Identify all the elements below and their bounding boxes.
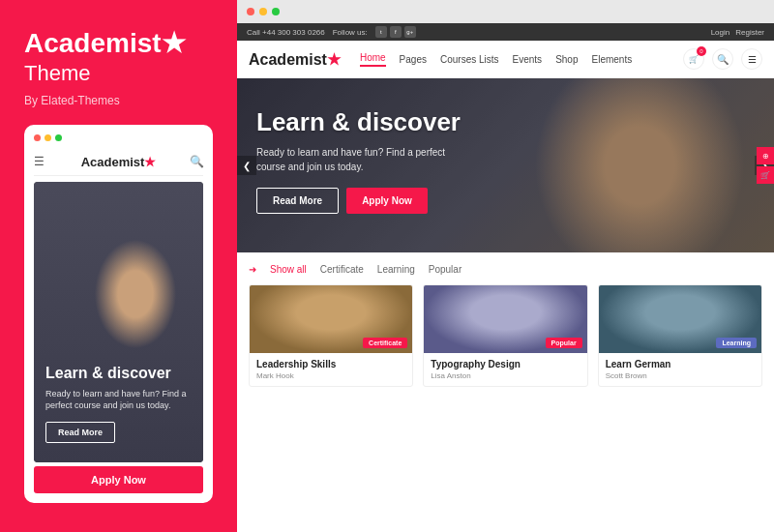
slider-prev-button[interactable]: ❮	[237, 156, 256, 175]
course-card-1: Certificate Leadership Skills Mark Hook	[249, 284, 413, 387]
nav-logo: Academist★	[249, 50, 341, 69]
nav-link-elements[interactable]: Elements	[591, 54, 632, 65]
brand-title: Academist★	[24, 29, 213, 59]
social-icons: t f g+	[375, 26, 416, 38]
top-bar-left: Call +44 300 303 0266 Follow us: t f g+	[247, 26, 416, 38]
course-name-3: Learn German	[606, 359, 755, 369]
courses-section: ➜ Show all Certificate Learning Popular …	[237, 252, 774, 532]
cart-badge-count: 0	[697, 46, 706, 56]
course-thumb-3: Learning	[599, 285, 761, 353]
nav-logo-star: ★	[327, 51, 341, 68]
mobile-nav-logo: Academist★	[81, 155, 157, 169]
main-nav: Academist★ Home Pages Courses Lists Even…	[237, 41, 774, 78]
filter-show-all[interactable]: Show all	[270, 264, 307, 275]
right-panel: Call +44 300 303 0266 Follow us: t f g+ …	[237, 0, 774, 532]
course-badge-certificate: Certificate	[363, 338, 407, 348]
mobile-dot-green	[55, 134, 62, 141]
course-card-3: Learning Learn German Scott Brown	[598, 284, 762, 387]
filter-certificate[interactable]: Certificate	[320, 264, 364, 275]
top-bar: Call +44 300 303 0266 Follow us: t f g+ …	[237, 23, 774, 41]
nav-link-courses[interactable]: Courses Lists	[440, 54, 499, 65]
mobile-apply-now-button[interactable]: Apply Now	[34, 466, 203, 493]
facebook-icon[interactable]: f	[390, 26, 402, 38]
brand-subtitle: Theme	[24, 61, 213, 86]
follow-text: Follow us:	[333, 28, 368, 37]
nav-links: Home Pages Courses Lists Events Shop Ele…	[360, 52, 683, 67]
course-badge-popular: Popular	[546, 338, 582, 348]
course-thumb-1: Certificate	[250, 285, 412, 353]
mobile-nav: ☰ Academist★ 🔍	[34, 149, 203, 176]
login-link[interactable]: Login	[711, 28, 730, 37]
mobile-dot-yellow	[45, 134, 51, 141]
register-link[interactable]: Register	[735, 28, 764, 37]
browser-chrome	[237, 0, 774, 23]
nav-link-shop[interactable]: Shop	[555, 54, 578, 65]
course-thumb-2: Popular	[424, 285, 586, 353]
side-icon-2[interactable]: 🛒	[757, 166, 774, 184]
mobile-mockup: ☰ Academist★ 🔍 Learn & discover Ready to…	[24, 125, 213, 503]
browser-dot-red	[247, 8, 254, 15]
hero-text: Ready to learn and have fun? Find a perf…	[256, 145, 469, 174]
course-author-3: Scott Brown	[606, 371, 755, 380]
filter-arrow-icon: ➜	[249, 264, 256, 275]
hero-side-icons: ⊕ 🛒	[757, 147, 774, 184]
mobile-logo-star: ★	[144, 155, 156, 169]
hero-buttons: Read More Apply Now	[256, 188, 755, 214]
brand-star: ★	[162, 28, 186, 58]
mobile-dot-red	[34, 134, 41, 141]
mobile-search-icon[interactable]: 🔍	[190, 155, 203, 168]
menu-icon[interactable]: ☰	[741, 48, 762, 70]
course-info-1: Leadership Skills Mark Hook	[250, 353, 412, 386]
googleplus-icon[interactable]: g+	[404, 26, 416, 38]
hero-section: ❮ Learn & discover Ready to learn and ha…	[237, 78, 774, 252]
hero-title: Learn & discover	[256, 107, 755, 137]
brand-name-text: Academist	[24, 28, 162, 58]
left-panel: Academist★ Theme By Elated-Themes ☰ Acad…	[0, 0, 237, 532]
top-bar-right: Login Register	[711, 28, 764, 37]
course-name-1: Leadership Skills	[256, 359, 405, 369]
side-icon-1[interactable]: ⊕	[757, 147, 774, 164]
course-name-2: Typography Design	[431, 359, 580, 369]
browser-dot-yellow	[259, 8, 267, 15]
mobile-hero-content: Learn & discover Ready to learn and have…	[45, 365, 192, 451]
mobile-hero-title: Learn & discover	[45, 365, 192, 382]
browser-dot-green	[272, 8, 280, 15]
cart-icon[interactable]: 🛒 0	[683, 48, 704, 70]
search-icon[interactable]: 🔍	[712, 48, 733, 70]
course-author-1: Mark Hook	[256, 371, 405, 380]
mobile-menu-icon[interactable]: ☰	[34, 155, 47, 168]
course-card-2: Popular Typography Design Lisa Anston	[423, 284, 587, 387]
course-info-2: Typography Design Lisa Anston	[424, 353, 586, 386]
read-more-button[interactable]: Read More	[256, 188, 339, 214]
nav-right: 🛒 0 🔍 ☰	[683, 48, 762, 70]
twitter-icon[interactable]: t	[375, 26, 387, 38]
apply-now-button[interactable]: Apply Now	[346, 188, 428, 214]
courses-grid: Certificate Leadership Skills Mark Hook …	[249, 284, 762, 387]
brand-block: Academist★ Theme By Elated-Themes	[24, 29, 213, 107]
course-author-2: Lisa Anston	[431, 371, 580, 380]
hero-content: Learn & discover Ready to learn and have…	[237, 78, 774, 243]
website: Call +44 300 303 0266 Follow us: t f g+ …	[237, 23, 774, 532]
course-badge-learning: Learning	[716, 338, 757, 348]
mobile-hero: Learn & discover Ready to learn and have…	[34, 182, 203, 462]
filter-popular[interactable]: Popular	[429, 264, 461, 275]
nav-link-pages[interactable]: Pages	[400, 54, 427, 65]
mobile-browser-dots	[34, 134, 203, 141]
nav-link-events[interactable]: Events	[513, 54, 543, 65]
mobile-hero-text: Ready to learn and have fun? Find a perf…	[45, 388, 192, 412]
course-info-3: Learn German Scott Brown	[599, 353, 761, 386]
brand-by: By Elated-Themes	[24, 94, 213, 107]
mobile-read-more-button[interactable]: Read More	[45, 422, 115, 443]
courses-filter: ➜ Show all Certificate Learning Popular	[249, 264, 762, 275]
phone-text: Call +44 300 303 0266	[247, 28, 325, 37]
filter-learning[interactable]: Learning	[377, 264, 415, 275]
nav-link-home[interactable]: Home	[360, 52, 386, 67]
